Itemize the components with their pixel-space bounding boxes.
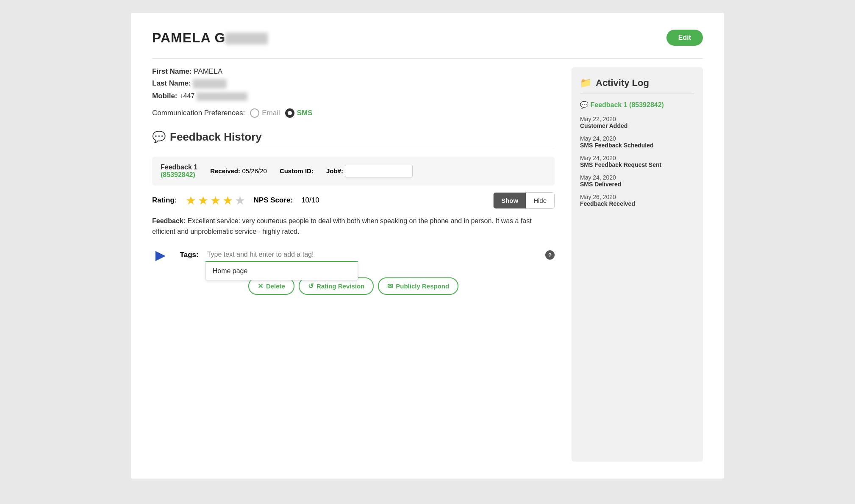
star-1: ★ — [186, 194, 196, 208]
tags-row: ► Tags: Home page ? — [152, 246, 555, 265]
activity-divider — [580, 94, 694, 94]
last-name-row: Last Name: — [152, 79, 555, 89]
delete-icon: ✕ — [258, 282, 263, 290]
feedback-custom-id: Custom ID: — [280, 167, 314, 175]
job-input[interactable] — [345, 165, 413, 177]
activity-entry: May 26, 2020 Feedback Received — [580, 194, 694, 207]
mobile-row: Mobile: +447 — [152, 92, 555, 101]
activity-date: May 24, 2020 — [580, 174, 694, 181]
activity-action: Feedback Received — [580, 200, 694, 207]
received-label: Received: — [210, 167, 240, 174]
feedback-card: Feedback 1 (85392842) Received: 05/26/20… — [152, 157, 555, 186]
sms-option[interactable]: SMS — [285, 108, 313, 118]
mobile-prefix: +447 — [179, 92, 194, 100]
tags-input[interactable] — [205, 248, 358, 262]
chat-icon: 💬 — [152, 130, 166, 144]
comm-prefs-row: Communication Preferences: Email SMS — [152, 108, 555, 118]
publicly-respond-icon: ✉ — [387, 282, 393, 290]
activity-date: May 22, 2020 — [580, 116, 694, 122]
email-label: Email — [262, 109, 280, 117]
hide-button[interactable]: Hide — [526, 193, 554, 208]
feedback-history-text: Feedback History — [170, 130, 262, 144]
feedback-text-content: Excellent service: very courteous people… — [152, 217, 532, 235]
publicly-respond-label: Publicly Respond — [396, 282, 449, 290]
dropdown-item-homepage[interactable]: Home page — [206, 262, 358, 280]
sms-radio[interactable] — [285, 108, 294, 118]
arrow-icon: ► — [152, 246, 169, 265]
feedback-card-id: (85392842) — [161, 171, 197, 179]
folder-icon: 📁 — [580, 78, 591, 89]
activity-entry: May 24, 2020 SMS Feedback Request Sent — [580, 155, 694, 168]
activity-entry: May 24, 2020 SMS Delivered — [580, 174, 694, 188]
received-value: 05/26/20 — [242, 167, 266, 174]
activity-feedback-id-val: (85392842) — [629, 101, 664, 108]
tags-input-wrapper: Home page — [205, 248, 539, 262]
page-wrapper: PAMELA G Edit First Name: PAMELA Last Na… — [131, 13, 724, 479]
mobile-label: Mobile: — [152, 92, 178, 100]
page-header: PAMELA G Edit — [152, 30, 703, 46]
nps-value: 10/10 — [301, 196, 319, 205]
page-title: PAMELA G — [152, 30, 268, 46]
activity-log-text: Activity Log — [596, 78, 649, 89]
sms-label: SMS — [297, 109, 313, 117]
main-content: First Name: PAMELA Last Name: Mobile: +4… — [152, 67, 703, 462]
activity-date: May 24, 2020 — [580, 135, 694, 142]
stars-container: ★ ★ ★ ★ ★ — [186, 194, 245, 208]
custom-id-label: Custom ID: — [280, 167, 314, 174]
job-label: Job#: — [326, 167, 343, 174]
activity-log-panel: 📁 Activity Log 💬 Feedback 1 (85392842) M… — [572, 67, 703, 462]
rating-row: Rating: ★ ★ ★ ★ ★ NPS Score: 10/10 Show … — [152, 192, 555, 209]
rating-revision-icon: ↺ — [308, 282, 314, 290]
header-divider — [152, 58, 703, 59]
activity-entry: May 24, 2020 SMS Feedback Scheduled — [580, 135, 694, 149]
star-3: ★ — [210, 194, 221, 208]
feedback-card-info: Feedback 1 (85392842) — [161, 163, 197, 179]
email-option[interactable]: Email — [250, 108, 280, 118]
rating-label: Rating: — [152, 196, 177, 205]
comm-prefs-label: Communication Preferences: — [152, 109, 245, 117]
feedback-received: Received: 05/26/20 — [210, 167, 267, 175]
feedback-text-block: Feedback: Excellent service: very courte… — [152, 216, 555, 237]
feedback-text-label: Feedback: — [152, 217, 186, 224]
activity-entry: May 22, 2020 Customer Added — [580, 116, 694, 129]
mobile-redacted — [197, 92, 247, 101]
activity-date: May 24, 2020 — [580, 155, 694, 161]
activity-log-title: 📁 Activity Log — [580, 78, 694, 89]
last-name-label: Last Name: — [152, 79, 191, 87]
activity-action: Customer Added — [580, 122, 694, 129]
nps-label: NPS Score: — [254, 196, 293, 205]
first-name-label: First Name: — [152, 67, 192, 75]
star-4: ★ — [222, 194, 233, 208]
activity-action: SMS Feedback Request Sent — [580, 161, 694, 168]
activity-entries: May 22, 2020 Customer Added May 24, 2020… — [580, 116, 694, 207]
activity-action: SMS Feedback Scheduled — [580, 142, 694, 149]
feedback-divider — [152, 148, 555, 148]
tags-dropdown: Home page — [205, 262, 358, 280]
tags-label: Tags: — [180, 251, 199, 259]
activity-date: May 26, 2020 — [580, 194, 694, 200]
show-hide-group: Show Hide — [493, 192, 555, 209]
star-2: ★ — [198, 194, 208, 208]
rating-revision-label: Rating Revision — [316, 282, 364, 290]
activity-feedback-link[interactable]: 💬 Feedback 1 (85392842) — [580, 101, 694, 109]
show-button[interactable]: Show — [494, 193, 526, 208]
first-name-value: PAMELA — [194, 67, 222, 75]
help-icon[interactable]: ? — [545, 250, 555, 260]
email-radio[interactable] — [250, 108, 259, 118]
activity-feedback-title: Feedback 1 — [590, 101, 627, 108]
star-5: ★ — [235, 194, 245, 208]
left-panel: First Name: PAMELA Last Name: Mobile: +4… — [152, 67, 555, 462]
publicly-respond-button[interactable]: ✉ Publicly Respond — [378, 277, 458, 295]
last-name-redacted — [193, 79, 227, 89]
title-redacted — [225, 33, 268, 44]
feedback-history-title: 💬 Feedback History — [152, 130, 555, 144]
activity-action: SMS Delivered — [580, 181, 694, 188]
first-name-row: First Name: PAMELA — [152, 67, 555, 76]
feedback-card-title: Feedback 1 — [161, 163, 197, 171]
activity-feedback-label: 💬 — [580, 101, 590, 108]
feedback-job: Job#: — [326, 165, 413, 177]
title-text: PAMELA G — [152, 30, 225, 45]
delete-label: Delete — [266, 282, 285, 290]
edit-button[interactable]: Edit — [666, 30, 703, 46]
